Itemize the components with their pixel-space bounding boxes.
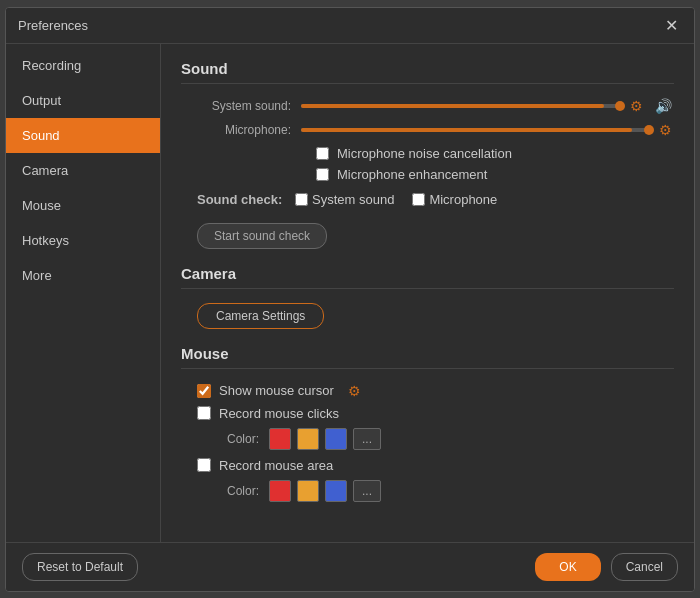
show-cursor-gear-button[interactable]: ⚙ — [346, 383, 363, 399]
microphone-label: Microphone: — [181, 123, 301, 137]
show-cursor-checkbox[interactable] — [197, 384, 211, 398]
area-color-row: Color: ... — [181, 480, 674, 502]
camera-settings-wrapper: Camera Settings — [181, 303, 674, 329]
clicks-color-red[interactable] — [269, 428, 291, 450]
speaker-icon: 🔊 — [655, 98, 672, 114]
area-color-red[interactable] — [269, 480, 291, 502]
system-sound-check-pair: System sound — [295, 192, 394, 207]
enhancement-row: Microphone enhancement — [181, 167, 674, 182]
start-check-wrapper: Start sound check — [181, 215, 674, 249]
record-clicks-row: Record mouse clicks — [181, 406, 674, 421]
system-sound-check-checkbox[interactable] — [295, 193, 308, 206]
sound-section-title: Sound — [181, 60, 674, 84]
area-color-blue[interactable] — [325, 480, 347, 502]
mouse-section: Mouse Show mouse cursor ⚙ Record mouse c… — [181, 345, 674, 502]
area-color-more-button[interactable]: ... — [353, 480, 381, 502]
gear-icon: ⚙ — [659, 122, 672, 138]
mouse-section-title: Mouse — [181, 345, 674, 369]
camera-section: Camera Camera Settings — [181, 265, 674, 329]
microphone-row: Microphone: ⚙ — [181, 122, 674, 138]
noise-cancellation-row: Microphone noise cancellation — [181, 146, 674, 161]
close-button[interactable]: ✕ — [661, 16, 682, 35]
microphone-thumb — [644, 125, 654, 135]
record-area-checkbox[interactable] — [197, 458, 211, 472]
reset-to-default-button[interactable]: Reset to Default — [22, 553, 138, 581]
sound-check-label: Sound check: — [197, 192, 287, 207]
clicks-color-label: Color: — [227, 432, 259, 446]
gear-icon: ⚙ — [630, 98, 643, 114]
camera-settings-button[interactable]: Camera Settings — [197, 303, 324, 329]
show-cursor-row: Show mouse cursor ⚙ — [181, 383, 674, 399]
enhancement-checkbox[interactable] — [316, 168, 329, 181]
system-sound-label: System sound: — [181, 99, 301, 113]
start-sound-check-button[interactable]: Start sound check — [197, 223, 327, 249]
sidebar-item-output[interactable]: Output — [6, 83, 160, 118]
main-content: Sound System sound: ⚙ — [161, 44, 694, 542]
preferences-dialog: Preferences ✕ Recording Output Sound Cam… — [5, 7, 695, 592]
system-sound-gear-button[interactable]: ⚙ — [628, 98, 645, 114]
system-sound-check-label: System sound — [312, 192, 394, 207]
microphone-fill — [301, 128, 632, 132]
ok-button[interactable]: OK — [535, 553, 600, 581]
sound-check-row: Sound check: System sound Microphone — [181, 192, 674, 207]
sound-section: Sound System sound: ⚙ — [181, 60, 674, 249]
microphone-check-label: Microphone — [429, 192, 497, 207]
sidebar-item-more[interactable]: More — [6, 258, 160, 293]
enhancement-label: Microphone enhancement — [337, 167, 487, 182]
noise-cancellation-checkbox[interactable] — [316, 147, 329, 160]
system-sound-slider-wrapper: ⚙ 🔊 — [301, 98, 674, 114]
title-bar: Preferences ✕ — [6, 8, 694, 44]
record-area-label: Record mouse area — [219, 458, 333, 473]
dialog-body: Recording Output Sound Camera Mouse Hotk… — [6, 44, 694, 542]
clicks-color-row: Color: ... — [181, 428, 674, 450]
microphone-gear-button[interactable]: ⚙ — [657, 122, 674, 138]
sidebar-item-sound[interactable]: Sound — [6, 118, 160, 153]
show-cursor-label: Show mouse cursor — [219, 383, 334, 398]
clicks-color-orange[interactable] — [297, 428, 319, 450]
microphone-check-pair: Microphone — [412, 192, 497, 207]
record-area-row: Record mouse area — [181, 458, 674, 473]
record-clicks-label: Record mouse clicks — [219, 406, 339, 421]
sidebar-item-camera[interactable]: Camera — [6, 153, 160, 188]
footer: Reset to Default OK Cancel — [6, 542, 694, 591]
system-sound-thumb — [615, 101, 625, 111]
cancel-button[interactable]: Cancel — [611, 553, 678, 581]
clicks-color-blue[interactable] — [325, 428, 347, 450]
clicks-color-more-button[interactable]: ... — [353, 428, 381, 450]
area-color-label: Color: — [227, 484, 259, 498]
noise-cancellation-label: Microphone noise cancellation — [337, 146, 512, 161]
sidebar-item-hotkeys[interactable]: Hotkeys — [6, 223, 160, 258]
system-sound-track[interactable] — [301, 104, 620, 108]
system-sound-speaker-button[interactable]: 🔊 — [653, 98, 674, 114]
system-sound-fill — [301, 104, 604, 108]
area-color-orange[interactable] — [297, 480, 319, 502]
microphone-slider-wrapper: ⚙ — [301, 122, 674, 138]
microphone-check-checkbox[interactable] — [412, 193, 425, 206]
system-sound-row: System sound: ⚙ 🔊 — [181, 98, 674, 114]
record-clicks-checkbox[interactable] — [197, 406, 211, 420]
gear-icon: ⚙ — [348, 383, 361, 399]
footer-right-buttons: OK Cancel — [535, 553, 678, 581]
dialog-title: Preferences — [18, 18, 88, 33]
sidebar: Recording Output Sound Camera Mouse Hotk… — [6, 44, 161, 542]
camera-section-title: Camera — [181, 265, 674, 289]
microphone-track[interactable] — [301, 128, 649, 132]
sidebar-item-recording[interactable]: Recording — [6, 48, 160, 83]
sidebar-item-mouse[interactable]: Mouse — [6, 188, 160, 223]
